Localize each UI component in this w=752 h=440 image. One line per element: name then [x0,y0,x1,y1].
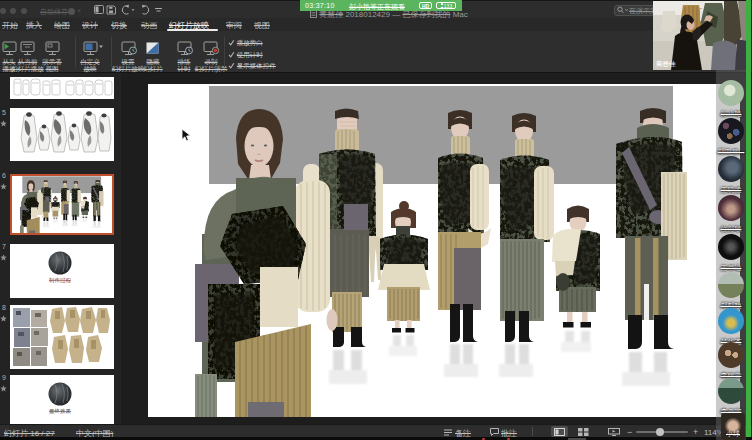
svg-text:制作过程: 制作过程 [49,277,72,284]
svg-text:最终效果: 最终效果 [49,408,72,414]
svg-text:黄思佳: 黄思佳 [656,60,676,68]
